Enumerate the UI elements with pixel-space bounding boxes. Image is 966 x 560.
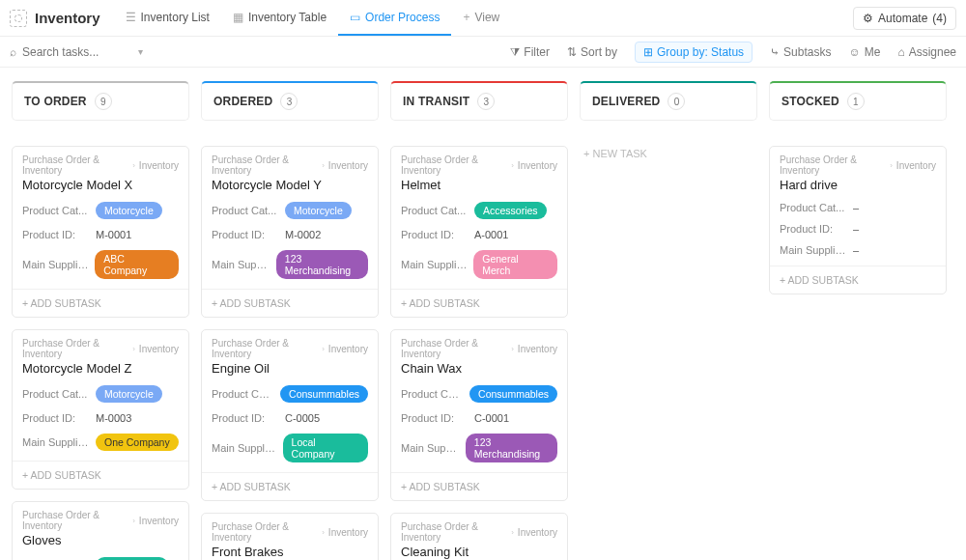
field-label: Product Cat...: [22, 388, 90, 400]
tab-label: View: [474, 11, 499, 24]
tab-inventory-list[interactable]: ☰ Inventory List: [114, 1, 221, 36]
column-header[interactable]: TO ORDER9: [12, 81, 189, 121]
new-task-button[interactable]: + NEW TASK: [580, 142, 757, 165]
column-count: 0: [668, 93, 685, 110]
field-label: Main Supplier:: [22, 436, 90, 448]
filter-button[interactable]: ⧩ Filter: [510, 45, 550, 59]
task-card[interactable]: Purchase Order & Inventory›InventoryMoto…: [12, 146, 189, 318]
task-card[interactable]: Purchase Order & Inventory›InventoryGlov…: [12, 501, 189, 560]
subtasks-icon: ⤷: [770, 45, 780, 59]
add-subtask-button[interactable]: + ADD SUBTASK: [13, 461, 188, 489]
tab-label: Inventory Table: [248, 11, 327, 24]
field-label: Main Supplier:: [22, 259, 89, 270]
field-label: Product ID:: [212, 229, 279, 240]
breadcrumb: Purchase Order & Inventory›Inventory: [212, 338, 368, 359]
breadcrumb: Purchase Order & Inventory›Inventory: [401, 154, 557, 176]
category-tag[interactable]: Consummables: [469, 385, 557, 403]
breadcrumb: Purchase Order & Inventory›Inventory: [22, 338, 179, 359]
field-label: Product Cat...: [22, 205, 90, 216]
column-name: STOCKED: [781, 95, 839, 108]
task-card[interactable]: Purchase Order & Inventory›InventoryChai…: [390, 329, 568, 501]
field-label: Main Supplier:: [401, 442, 460, 454]
task-card[interactable]: Purchase Order & Inventory›InventoryClea…: [390, 513, 568, 560]
breadcrumb: Purchase Order & Inventory›Inventory: [212, 521, 368, 543]
automate-label: Automate: [878, 12, 927, 25]
card-title: Helmet: [401, 178, 557, 192]
supplier-tag[interactable]: One Company: [96, 434, 179, 451]
breadcrumb: Purchase Order & Inventory›Inventory: [212, 154, 368, 176]
page-title: Inventory: [35, 10, 100, 26]
card-title: Motorcycle Model X: [22, 178, 179, 192]
search-icon: ⌕: [10, 45, 16, 59]
category-tag[interactable]: Accessories: [474, 202, 547, 219]
add-view-button[interactable]: + View: [451, 1, 511, 36]
chevron-down-icon[interactable]: ▾: [138, 46, 143, 57]
search-input[interactable]: [22, 45, 128, 59]
card-title: Front Brakes: [212, 545, 368, 559]
card-title: Gloves: [22, 533, 179, 547]
automate-count: (4): [932, 12, 947, 25]
column-header[interactable]: STOCKED1: [769, 81, 947, 121]
breadcrumb: Purchase Order & Inventory›Inventory: [401, 338, 557, 359]
plus-icon: +: [463, 11, 469, 24]
category-tag[interactable]: Motorcycle: [285, 202, 352, 219]
breadcrumb: Purchase Order & Inventory›Inventory: [401, 521, 557, 543]
category-tag[interactable]: Motorcycle: [96, 385, 162, 403]
tab-order-process[interactable]: ▭ Order Process: [338, 1, 451, 36]
task-card[interactable]: Purchase Order & Inventory›InventoryEngi…: [201, 329, 379, 501]
category-tag[interactable]: Motorcycle: [96, 202, 162, 219]
card-title: Cleaning Kit: [401, 545, 557, 559]
field-label: Product ID:: [22, 412, 90, 424]
person-icon: ☺: [848, 45, 860, 59]
board-icon: ▭: [350, 11, 360, 24]
task-card[interactable]: Purchase Order & Inventory›InventoryFron…: [201, 513, 379, 560]
column-header[interactable]: DELIVERED0: [580, 81, 757, 121]
breadcrumb: Purchase Order & Inventory›Inventory: [22, 510, 179, 531]
supplier-tag[interactable]: 123 Merchandising: [276, 250, 368, 279]
add-subtask-button[interactable]: + ADD SUBTASK: [391, 289, 567, 317]
add-subtask-button[interactable]: + ADD SUBTASK: [13, 289, 188, 317]
supplier-tag[interactable]: Local Company: [283, 434, 368, 462]
add-subtask-button[interactable]: + ADD SUBTASK: [391, 472, 567, 500]
subtasks-button[interactable]: ⤷ Subtasks: [770, 45, 831, 59]
category-tag[interactable]: Consummables: [280, 385, 368, 403]
task-card[interactable]: Purchase Order & Inventory›InventoryMoto…: [201, 146, 379, 318]
sortby-button[interactable]: ⇅ Sort by: [567, 45, 617, 59]
add-subtask-button[interactable]: + ADD SUBTASK: [770, 266, 946, 294]
table-icon: ▦: [233, 11, 243, 24]
column-header[interactable]: ORDERED3: [201, 81, 379, 121]
supplier-tag[interactable]: General Merch: [473, 250, 557, 279]
column-name: TO ORDER: [24, 95, 87, 108]
column-name: DELIVERED: [592, 95, 660, 108]
tab-label: Inventory List: [141, 11, 210, 24]
search-wrap[interactable]: ⌕ ▾: [10, 45, 143, 59]
supplier-tag[interactable]: ABC Company: [95, 250, 179, 279]
add-subtask-button[interactable]: + ADD SUBTASK: [202, 472, 378, 500]
tab-inventory-table[interactable]: ▦ Inventory Table: [221, 1, 338, 36]
task-card[interactable]: Purchase Order & Inventory›InventoryHard…: [769, 146, 947, 294]
list-icon: ☰: [126, 11, 136, 24]
field-value: A-0001: [474, 229, 508, 240]
me-button[interactable]: ☺ Me: [848, 45, 880, 59]
groupby-button[interactable]: ⊞ Group by: Status: [635, 42, 753, 63]
field-label: Product ID:: [401, 229, 469, 240]
subtasks-label: Subtasks: [783, 45, 831, 59]
card-title: Chain Wax: [401, 361, 557, 376]
filter-label: Filter: [524, 45, 550, 59]
breadcrumb: Purchase Order & Inventory›Inventory: [22, 154, 179, 176]
column-header[interactable]: IN TRANSIT3: [390, 81, 568, 121]
field-value: –: [853, 202, 859, 213]
add-subtask-button[interactable]: + ADD SUBTASK: [202, 289, 378, 317]
groupby-label: Group by: Status: [657, 45, 744, 59]
assignee-button[interactable]: ⌂ Assignee: [897, 45, 956, 59]
task-card[interactable]: Purchase Order & Inventory›InventoryMoto…: [12, 329, 189, 490]
tab-label: Order Process: [365, 11, 440, 24]
assignee-label: Assignee: [909, 45, 956, 59]
card-title: Motorcycle Model Z: [22, 361, 179, 376]
field-value: C-0005: [285, 412, 320, 424]
field-value: –: [853, 244, 859, 256]
automate-button[interactable]: ⚙ Automate (4): [853, 7, 956, 30]
task-card[interactable]: Purchase Order & Inventory›InventoryHelm…: [390, 146, 568, 318]
supplier-tag[interactable]: 123 Merchandising: [466, 434, 557, 462]
column-count: 9: [95, 93, 112, 110]
